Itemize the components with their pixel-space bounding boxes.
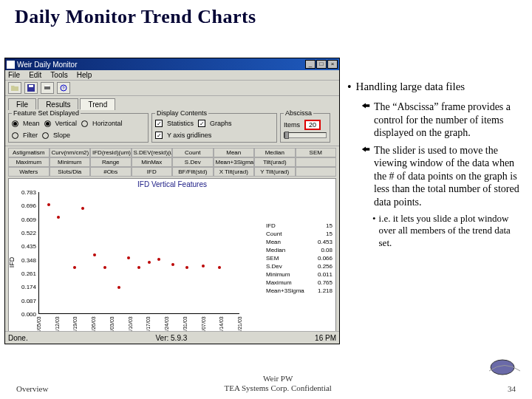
close-button[interactable]: × [327, 60, 338, 69]
stats-row: Minimum0.011 [266, 270, 332, 279]
feat-cell[interactable]: Y Tilt(urad) [254, 167, 296, 177]
feat-cell[interactable]: Range [90, 157, 132, 167]
feat-cell[interactable]: Count [172, 148, 214, 157]
data-point [148, 261, 151, 264]
y-axis-line [38, 192, 39, 314]
y-tick: 0.000 [13, 311, 36, 318]
stats-row: Maximum0.765 [266, 279, 332, 287]
chart-stats-panel: IFD15Count15Mean0.453Median0.08SEM0.066S… [266, 222, 332, 295]
feat-cell[interactable]: BF/Filt(std) [172, 167, 214, 177]
footer-left: Overview [16, 384, 48, 393]
bullet-icon: • [347, 80, 352, 95]
print-icon[interactable] [41, 82, 54, 94]
svg-text:?: ? [62, 86, 65, 90]
feat-cell[interactable]: #Obs [90, 167, 132, 177]
feat-cell[interactable]: X Tilt(urad) [214, 167, 255, 177]
abscissa-items-label: Items [284, 121, 300, 129]
help-icon[interactable]: ? [57, 82, 70, 94]
svg-rect-1 [29, 85, 33, 87]
radio-vertical[interactable] [44, 120, 51, 127]
abscissa-input[interactable]: 20 [304, 120, 321, 130]
options-panel: Feature Set Displayed Mean Vertical Hori… [5, 110, 339, 146]
menu-edit[interactable]: Edit [29, 71, 41, 79]
abscissa-slider[interactable] [284, 132, 327, 138]
app-icon [7, 61, 15, 69]
open-icon[interactable] [8, 82, 21, 94]
radio-horizontal[interactable] [81, 120, 88, 127]
y-tick: 0.609 [13, 216, 36, 223]
feat-cell[interactable]: S.DEV(resid)(um) [132, 148, 173, 157]
stats-row: Median0.08 [266, 246, 332, 254]
menu-file[interactable]: File [8, 71, 20, 79]
check-gridlines[interactable] [155, 132, 163, 139]
app-window: Weir Daily Monitor _ □ × File Edit Tools… [4, 58, 340, 344]
label-horizontal: Horizontal [92, 120, 123, 127]
footer-page: 34 [508, 384, 516, 393]
label-gridlines: Y axis gridlines [167, 132, 211, 139]
feat-cell[interactable]: Tilt(urad) [254, 157, 296, 167]
feat-cell[interactable]: Wafers [8, 167, 50, 177]
footer-center-2: TEA Systems Corp. Confidential [224, 383, 331, 392]
toolbar: ? [5, 81, 339, 96]
stats-row: Count15 [266, 230, 332, 238]
data-point [57, 216, 60, 219]
slide-title: Daily Monitor Trend Charts [15, 6, 256, 28]
y-tick: 0.783 [13, 189, 36, 196]
statusbar: Done. Ver: 5.9.3 16 PM [5, 331, 339, 344]
bullet-main-text: Handling large data files [356, 80, 466, 95]
feat-cell[interactable]: Median [254, 148, 296, 157]
data-point [81, 207, 84, 210]
menu-tools[interactable]: Tools [50, 71, 67, 79]
display-contents-group: Display Contents Statistics Graphs Y axi… [151, 113, 277, 143]
y-tick: 0.435 [13, 243, 36, 250]
radio-mean[interactable] [12, 120, 18, 127]
feature-grid: AstigmatismCurv(nm/cm2)IFD(resid)(um)S.D… [8, 148, 336, 177]
sub-bullet-2: The slider is used to move the viewing w… [374, 144, 522, 209]
minimize-button[interactable]: _ [305, 60, 316, 69]
feat-cell[interactable]: Slots/Dia [50, 167, 91, 177]
tab-file[interactable]: File [8, 98, 36, 110]
hand-icon [361, 144, 371, 154]
footer-center-1: Weir PW [263, 374, 293, 383]
feat-cell[interactable]: Maximum [8, 157, 50, 167]
feat-cell[interactable]: IFD [132, 167, 173, 177]
feat-cell[interactable]: Minimum [50, 157, 91, 167]
hand-icon [361, 100, 371, 111]
check-statistics[interactable] [155, 120, 163, 127]
data-point [127, 256, 130, 259]
data-point [171, 263, 174, 266]
feat-cell[interactable]: Curv(nm/cm2) [50, 148, 91, 157]
data-point [103, 266, 106, 269]
stats-row: SEM0.066 [266, 254, 332, 262]
data-point [202, 265, 205, 267]
feat-cell[interactable]: Astigmatism [8, 148, 50, 157]
tab-results[interactable]: Results [38, 98, 78, 110]
feat-cell[interactable] [296, 157, 337, 167]
data-point [157, 258, 160, 261]
radio-filter[interactable] [12, 132, 18, 139]
tab-trend[interactable]: Trend [80, 98, 115, 110]
y-tick: 0.174 [13, 284, 36, 290]
y-tick: 0.348 [13, 257, 36, 264]
feat-cell[interactable]: SEM [296, 148, 337, 157]
feat-cell[interactable]: Mean [214, 148, 255, 157]
save-icon[interactable] [24, 82, 38, 94]
data-point [137, 266, 140, 269]
abscissa-legend: Abscissa [284, 109, 313, 117]
data-point [117, 286, 120, 289]
feat-cell[interactable]: IFD(resid)(um) [90, 148, 132, 157]
feat-cell[interactable]: Mean+3Sigma [214, 157, 255, 167]
label-filter: Filter [23, 132, 38, 139]
chart-area: IFD Vertical Features IFD Date 0.7830.69… [8, 178, 336, 339]
menu-help[interactable]: Help [77, 71, 92, 79]
bullet-icon: • [372, 213, 376, 249]
chart-title: IFD Vertical Features [9, 179, 335, 188]
feat-cell[interactable]: S.Dev [172, 157, 214, 167]
check-graphs[interactable] [198, 120, 205, 127]
feat-cell[interactable]: MinMax [132, 157, 173, 167]
radio-slope[interactable] [42, 132, 49, 139]
maximize-button[interactable]: □ [316, 60, 327, 69]
svg-rect-2 [44, 86, 50, 89]
feat-cell[interactable] [296, 167, 337, 177]
status-time: 16 PM [315, 334, 336, 342]
